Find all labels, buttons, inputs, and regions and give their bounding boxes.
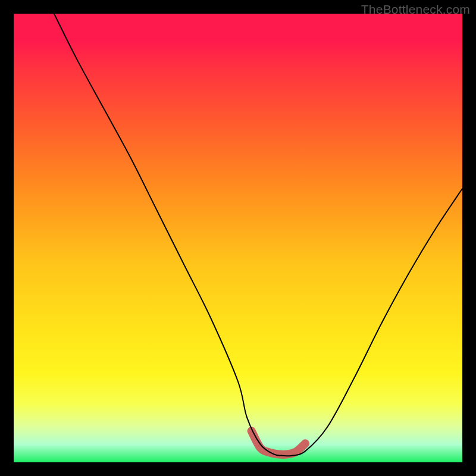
plot-area	[14, 14, 462, 462]
watermark-text: TheBottleneck.com	[361, 2, 470, 17]
bottleneck-curve	[14, 14, 462, 462]
chart-frame: TheBottleneck.com	[0, 0, 476, 476]
